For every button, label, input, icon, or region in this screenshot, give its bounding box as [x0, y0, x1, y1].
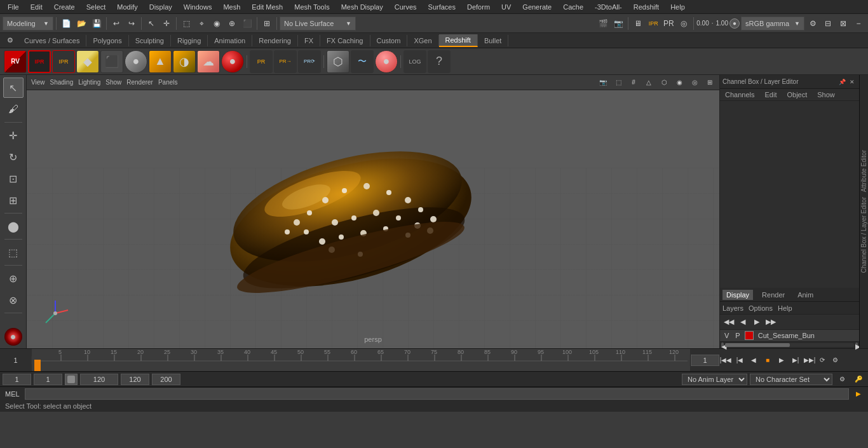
edit-tab[interactable]: Edit [759, 89, 782, 100]
select-marquee-icon[interactable]: ⬛ [240, 17, 254, 31]
lighting-menu[interactable]: Lighting [76, 79, 102, 86]
layer-color-swatch[interactable] [745, 331, 754, 340]
frame-slider-thumb[interactable] [65, 374, 78, 385]
skip-end-btn[interactable]: ▶▶| [803, 355, 816, 366]
menu-3dtoall[interactable]: -3DtoAll- [590, 2, 627, 12]
help-menu[interactable]: Help [778, 304, 792, 312]
shelf-tab-custom[interactable]: Custom [370, 35, 408, 46]
shelf-tab-fx-caching[interactable]: FX Caching [320, 35, 370, 46]
redo-icon[interactable]: ↪ [125, 17, 139, 31]
rs-sphere-icon[interactable]: ● [125, 50, 147, 73]
vp-poly-icon[interactable]: △ [642, 76, 656, 90]
shelf-tab-polygons[interactable]: Polygons [86, 35, 128, 46]
range-start-input[interactable] [34, 374, 62, 385]
timeline-ruler[interactable]: 5 10 15 20 25 30 35 40 45 50 5 [32, 349, 690, 371]
layer-row[interactable]: V P Cut_Sesame_Bun [720, 330, 859, 342]
view-menu[interactable]: View [29, 79, 47, 86]
open-file-icon[interactable]: 📂 [74, 17, 88, 31]
rotate-lt-icon[interactable]: ↻ [3, 147, 24, 167]
move-lt-icon[interactable]: ✛ [3, 125, 24, 146]
anim-settings-btn[interactable]: ⚙ [829, 355, 841, 366]
rs-red-sphere-icon[interactable]: ● [221, 50, 244, 73]
fullscreen-icon[interactable]: ⊠ [836, 17, 850, 31]
anim-layer-dropdown[interactable]: No Anim Layer [682, 374, 747, 385]
render-icon[interactable]: 🎬 [596, 17, 610, 31]
options-menu[interactable]: Options [749, 304, 773, 312]
channel-box-label[interactable]: Channel Box / Layer Editor [859, 194, 868, 276]
layer-arrow-back-icon[interactable]: ◀ [736, 316, 749, 329]
rs-halfdome-icon[interactable]: ◑ [173, 50, 196, 73]
shelf-tab-redshift[interactable]: Redshift [439, 34, 478, 47]
anim-layer-tab[interactable]: Anim [794, 290, 817, 300]
char-set-dropdown[interactable]: No Character Set [750, 374, 832, 385]
redshift-lt-icon[interactable]: ● [4, 328, 22, 346]
rs-pr-anim-icon[interactable]: PR [250, 50, 273, 73]
menu-cache[interactable]: Cache [558, 2, 588, 12]
layer-arrow-end-icon[interactable]: ▶▶ [764, 316, 777, 329]
no-live-surface-dropdown[interactable]: No Live Surface ▼ [280, 17, 356, 31]
select-by-object-icon[interactable]: ⬚ [179, 17, 193, 31]
mel-language-label[interactable]: MEL [3, 390, 22, 398]
skip-start-btn[interactable]: |◀◀ [719, 355, 732, 366]
view-transform-icon[interactable]: ◎ [677, 17, 691, 31]
workspace-dropdown[interactable]: Modeling ▼ [3, 17, 53, 31]
layer-arrow-prev-icon[interactable]: ◀◀ [722, 316, 735, 329]
rs-rv-icon[interactable]: RV [4, 50, 27, 73]
object-tab[interactable]: Object [782, 89, 812, 100]
layer-scrollbar[interactable]: ◀ ▶ [720, 342, 859, 348]
shelf-tab-sculpting[interactable]: Sculpting [129, 35, 171, 46]
vp-shaded-icon[interactable]: ◉ [672, 76, 686, 90]
soft-select-lt-icon[interactable]: ⬤ [3, 216, 24, 236]
menu-deform[interactable]: Deform [462, 2, 495, 12]
snap-grid-icon[interactable]: ⊞ [260, 17, 274, 31]
rs-log-icon[interactable]: LOG [403, 50, 426, 73]
channels-tab[interactable]: Channels [720, 89, 759, 100]
shelf-tab-fx[interactable]: FX [298, 35, 320, 46]
menu-help[interactable]: Help [665, 2, 690, 12]
menu-redshift[interactable]: Redshift [628, 2, 664, 12]
shelf-tab-bullet[interactable]: Bullet [478, 35, 509, 46]
channel-box-pin-icon[interactable]: 📌 [837, 78, 846, 86]
step-fwd-btn[interactable]: ▶| [789, 355, 802, 366]
ipr-icon[interactable]: IPR [646, 17, 660, 31]
layer-v-flag[interactable]: V [722, 331, 731, 340]
rs-orb-icon[interactable]: ● [375, 50, 398, 73]
transform-lt-icon[interactable]: ⊞ [3, 190, 24, 210]
layer-scroll-thumb[interactable] [725, 343, 790, 347]
channel-box-close-icon[interactable]: ✕ [848, 78, 857, 86]
menu-curves[interactable]: Curves [390, 2, 422, 12]
rs-cube-icon[interactable]: ⬛ [100, 50, 123, 73]
select-all-icon[interactable]: ⊕ [225, 17, 239, 31]
menu-uv[interactable]: UV [496, 2, 516, 12]
rs-tetrahedron-icon[interactable]: ▲ [149, 50, 172, 73]
render3-icon[interactable]: PR [661, 17, 675, 31]
layer-arrow-fwd-icon[interactable]: ▶ [750, 316, 763, 329]
save-file-icon[interactable]: 💾 [90, 17, 104, 31]
rs-proxy-icon[interactable]: ⬡ [327, 50, 349, 73]
new-file-icon[interactable]: 📄 [59, 17, 73, 31]
vp-camera-icon[interactable]: 📷 [596, 76, 610, 90]
max-frame-input[interactable] [152, 374, 180, 385]
current-frame-right-input[interactable] [691, 355, 719, 366]
select-paint-icon[interactable]: ◉ [210, 17, 224, 31]
layer-scroll-left[interactable]: ◀ [721, 343, 724, 348]
menu-display[interactable]: Display [144, 2, 177, 12]
marquee-lt-icon[interactable]: ⬚ [3, 242, 24, 262]
shelf-tab-animation[interactable]: Animation [208, 35, 252, 46]
menu-create[interactable]: Create [49, 2, 80, 12]
rs-pr-seq-icon[interactable]: PR→ [274, 50, 297, 73]
undo-icon[interactable]: ↩ [109, 17, 123, 31]
vp-wire-icon[interactable]: ⬡ [657, 76, 671, 90]
rs-material-icon[interactable]: ◆ [76, 50, 99, 73]
move-tool-icon[interactable]: ✛ [159, 17, 173, 31]
color-space-icon[interactable]: ● [729, 18, 740, 29]
vp-res-icon[interactable]: ⊞ [703, 76, 717, 90]
show-menu[interactable]: Show [104, 79, 123, 86]
render-layer-tab[interactable]: Render [758, 290, 789, 300]
menu-mesh-tools[interactable]: Mesh Tools [289, 2, 334, 12]
attr-editor-label[interactable]: Attribute Editor [859, 147, 868, 194]
menu-mesh[interactable]: Mesh [218, 2, 245, 12]
mel-run-icon[interactable]: ▶ [851, 387, 865, 401]
menu-mesh-display[interactable]: Mesh Display [336, 2, 388, 12]
play-fwd-btn[interactable]: ▶ [775, 355, 788, 366]
